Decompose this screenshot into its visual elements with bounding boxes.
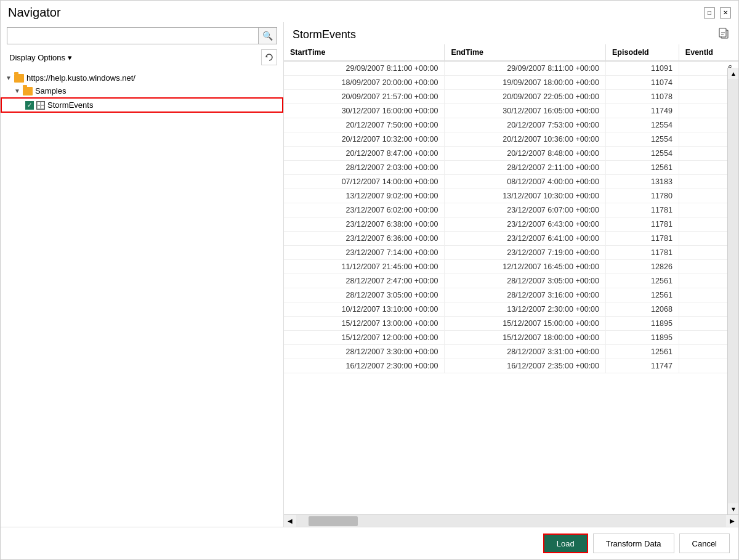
- table-cell: 28/12/2007 3:30:00 +00:00: [284, 345, 445, 359]
- table-row: 20/12/2007 8:47:00 +00:0020/12/2007 8:48…: [284, 147, 738, 161]
- data-table: StartTime EndTime EpisodeId EventId 29/0…: [284, 44, 738, 373]
- table-row: 29/09/2007 8:11:00 +00:0029/09/2007 8:11…: [284, 61, 738, 76]
- display-options-row: Display Options ▾: [1, 48, 283, 69]
- preview-export-button[interactable]: [717, 27, 730, 42]
- table-cell: 20/12/2007 8:47:00 +00:00: [284, 147, 445, 161]
- table-cell: 19/09/2007 18:00:00 +00:00: [445, 76, 606, 90]
- chevron-icon: ▼: [6, 75, 12, 81]
- search-button[interactable]: 🔍: [259, 27, 277, 44]
- table-cell: 13183: [606, 175, 679, 189]
- table-cell: 15/12/2007 13:00:00 +00:00: [284, 317, 445, 331]
- table-cell: 12561: [606, 274, 679, 288]
- table-row: 20/09/2007 21:57:00 +00:0020/09/2007 22:…: [284, 90, 738, 104]
- samples-label: Samples: [35, 86, 67, 95]
- table-cell: 11091: [606, 61, 679, 76]
- table-row: 20/12/2007 10:32:00 +00:0020/12/2007 10:…: [284, 132, 738, 147]
- table-cell: 12554: [606, 118, 679, 132]
- data-table-scroll[interactable]: StartTime EndTime EpisodeId EventId 29/0…: [284, 44, 738, 514]
- table-row: 15/12/2007 13:00:00 +00:0015/12/2007 15:…: [284, 317, 738, 331]
- table-cell: 11781: [606, 246, 679, 260]
- right-panel: StormEvents StartTime EndTi: [284, 22, 738, 527]
- table-cell: 18/09/2007 20:00:00 +00:00: [284, 76, 445, 90]
- table-cell: 29/09/2007 8:11:00 +00:00: [445, 61, 606, 76]
- table-cell: 11747: [606, 359, 679, 373]
- tree-area: ▼ https://help.kusto.windows.net/ ▼ Samp…: [1, 69, 283, 527]
- tree-node-root[interactable]: ▼ https://help.kusto.windows.net/: [1, 71, 283, 84]
- table-cell: 15/12/2007 18:00:00 +00:00: [445, 331, 606, 345]
- table-cell: 20/09/2007 21:57:00 +00:00: [284, 90, 445, 104]
- table-cell: 11780: [606, 189, 679, 203]
- minimize-button[interactable]: □: [704, 7, 715, 18]
- display-options-button[interactable]: Display Options ▾: [7, 52, 75, 63]
- table-row: 13/12/2007 9:02:00 +00:0013/12/2007 10:3…: [284, 189, 738, 203]
- table-row: 28/12/2007 2:03:00 +00:0028/12/2007 2:11…: [284, 161, 738, 175]
- table-cell: 28/12/2007 3:16:00 +00:00: [445, 288, 606, 302]
- scroll-up-button[interactable]: ▲: [728, 68, 738, 79]
- main-content: 🔍 Display Options ▾ ▼: [1, 22, 738, 527]
- table-row: 20/12/2007 7:50:00 +00:0020/12/2007 7:53…: [284, 118, 738, 132]
- table-cell: 12561: [606, 161, 679, 175]
- table-row: 16/12/2007 2:30:00 +00:0016/12/2007 2:35…: [284, 359, 738, 373]
- title-bar-controls: □ ✕: [704, 7, 731, 18]
- table-row: 10/12/2007 13:10:00 +00:0013/12/2007 2:3…: [284, 302, 738, 317]
- display-options-label: Display Options: [9, 53, 65, 62]
- search-row: 🔍: [1, 27, 283, 48]
- table-row: 28/12/2007 2:47:00 +00:0028/12/2007 3:05…: [284, 274, 738, 288]
- scroll-right-button[interactable]: ▶: [726, 515, 738, 527]
- table-row: 11/12/2007 21:45:00 +00:0012/12/2007 16:…: [284, 260, 738, 274]
- vertical-scrollbar: ▲ ▼: [727, 68, 738, 514]
- table-cell: 11781: [606, 217, 679, 232]
- table-cell: 16/12/2007 2:35:00 +00:00: [445, 359, 606, 373]
- table-cell: 11078: [606, 90, 679, 104]
- table-cell: 11074: [606, 76, 679, 90]
- table-cell: 20/12/2007 8:48:00 +00:00: [445, 147, 606, 161]
- table-cell: 23/12/2007 6:43:00 +00:00: [445, 217, 606, 232]
- scroll-down-button[interactable]: ▼: [728, 503, 738, 514]
- col-header-starttime: StartTime: [284, 44, 445, 61]
- table-cell: 23/12/2007 6:41:00 +00:00: [445, 232, 606, 246]
- table-cell: 20/12/2007 10:36:00 +00:00: [445, 132, 606, 147]
- table-cell: 12/12/2007 16:45:00 +00:00: [445, 260, 606, 274]
- col-header-episodeid: EpisodeId: [606, 44, 679, 61]
- transform-data-button[interactable]: Transform Data: [593, 534, 674, 553]
- table-cell: 11781: [606, 232, 679, 246]
- table-cell: 11749: [606, 104, 679, 118]
- horiz-scroll-thumb: [309, 516, 358, 526]
- table-cell: 29/09/2007 8:11:00 +00:00: [284, 61, 445, 76]
- horizontal-scrollbar: ◀ ▶: [284, 514, 738, 527]
- close-button[interactable]: ✕: [720, 7, 731, 18]
- table-cell: 13/12/2007 9:02:00 +00:00: [284, 189, 445, 203]
- preview-header: StormEvents: [284, 22, 738, 44]
- navigator-window: Navigator □ ✕ 🔍 Display Options ▾: [0, 0, 739, 560]
- table-cell: 28/12/2007 2:03:00 +00:00: [284, 161, 445, 175]
- col-header-eventid: EventId: [679, 44, 738, 61]
- tree-node-stormevents[interactable]: ✓ StormEvents: [1, 97, 283, 113]
- search-input[interactable]: [7, 27, 259, 44]
- table-row: 23/12/2007 6:36:00 +00:0023/12/2007 6:41…: [284, 232, 738, 246]
- table-row: 23/12/2007 6:02:00 +00:0023/12/2007 6:07…: [284, 203, 738, 217]
- table-row: 07/12/2007 14:00:00 +00:0008/12/2007 4:0…: [284, 175, 738, 189]
- table-cell: 11781: [606, 203, 679, 217]
- folder-icon: [23, 87, 33, 95]
- table-cell: 23/12/2007 6:38:00 +00:00: [284, 217, 445, 232]
- chevron-icon: ▼: [14, 87, 20, 94]
- scroll-left-button[interactable]: ◀: [284, 515, 296, 527]
- col-header-endtime: EndTime: [445, 44, 606, 61]
- chevron-down-icon: ▾: [68, 53, 72, 62]
- table-row: 28/12/2007 3:30:00 +00:0028/12/2007 3:31…: [284, 345, 738, 359]
- table-cell: 12554: [606, 147, 679, 161]
- table-cell: 23/12/2007 6:07:00 +00:00: [445, 203, 606, 217]
- table-cell: 13/12/2007 2:30:00 +00:00: [445, 302, 606, 317]
- table-cell: 23/12/2007 6:02:00 +00:00: [284, 203, 445, 217]
- horiz-scroll-track[interactable]: [296, 515, 726, 527]
- table-cell: 30/12/2007 16:00:00 +00:00: [284, 104, 445, 118]
- table-row: 23/12/2007 6:38:00 +00:0023/12/2007 6:43…: [284, 217, 738, 232]
- table-cell: 12561: [606, 345, 679, 359]
- scroll-track: [728, 79, 738, 503]
- table-row: 15/12/2007 12:00:00 +00:0015/12/2007 18:…: [284, 331, 738, 345]
- refresh-button[interactable]: [261, 49, 277, 65]
- cancel-button[interactable]: Cancel: [679, 534, 730, 553]
- table-row: 23/12/2007 7:14:00 +00:0023/12/2007 7:19…: [284, 246, 738, 260]
- tree-node-samples[interactable]: ▼ Samples: [1, 84, 283, 97]
- load-button[interactable]: Load: [543, 534, 588, 553]
